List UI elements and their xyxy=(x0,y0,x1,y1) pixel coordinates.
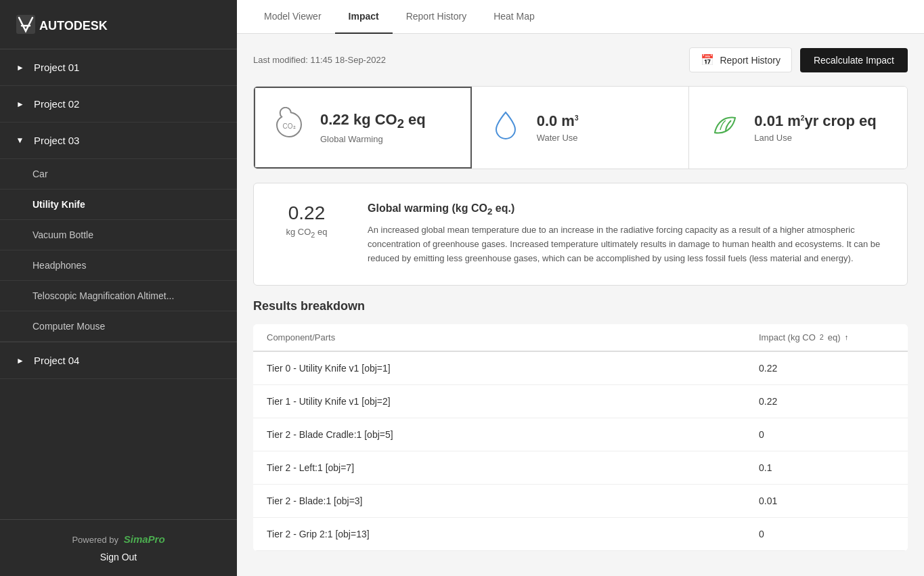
results-table: Component/Parts Impact (kg CO2 eq) ↑ Tie… xyxy=(253,324,908,551)
water-icon xyxy=(488,107,523,148)
sidebar-item-project01[interactable]: ► Project 01 xyxy=(0,49,237,86)
header-actions: 📅 Report History Recalculate Impact xyxy=(689,47,908,72)
sidebar-item-vacuum-bottle[interactable]: Vacuum Bottle xyxy=(0,220,237,250)
big-value: 0.22 kg CO2 eq xyxy=(273,202,340,239)
table-row: Tier 2 - Left:1 [obj=7] 0.1 xyxy=(253,451,908,485)
table-row: Tier 2 - Blade:1 [obj=3] 0.01 xyxy=(253,485,908,518)
metric-card-water-use[interactable]: 0.0 m3 Water Use xyxy=(472,87,690,169)
land-use-label: Land Use xyxy=(754,133,876,143)
global-warming-label: Global Warming xyxy=(320,134,426,144)
logo-area: AUTODESK xyxy=(0,0,237,49)
row-name: Tier 1 - Utility Knife v1 [obj=2] xyxy=(267,396,759,407)
row-value: 0 xyxy=(759,529,894,539)
chevron-right-icon: ► xyxy=(16,63,24,72)
global-warming-value: 0.22 kg CO2 eq xyxy=(320,111,426,131)
water-use-value: 0.0 m3 xyxy=(537,112,579,130)
sidebar-item-project03[interactable]: ► Project 03 xyxy=(0,123,237,159)
table-body: Tier 0 - Utility Knife v1 [obj=1] 0.22 T… xyxy=(253,352,908,551)
chevron-down-icon: ► xyxy=(16,137,25,145)
row-value: 0.22 xyxy=(759,396,894,407)
sidebar-item-headphones[interactable]: Headphones xyxy=(0,250,237,281)
report-history-button[interactable]: 📅 Report History xyxy=(689,47,791,72)
leaf-icon xyxy=(705,107,741,148)
water-use-label: Water Use xyxy=(537,133,579,143)
sidebar-item-computer-mouse[interactable]: Computer Mouse xyxy=(0,311,237,342)
description-card: 0.22 kg CO2 eq Global warming (kg CO2 eq… xyxy=(253,183,908,286)
recalculate-button[interactable]: Recalculate Impact xyxy=(800,48,908,72)
row-value: 0.1 xyxy=(759,462,894,473)
sidebar-footer: Powered by SimaPro Sign Out xyxy=(0,519,237,576)
svg-text:CO₂: CO₂ xyxy=(283,123,296,130)
land-use-value: 0.01 m2yr crop eq xyxy=(754,112,876,130)
sidebar: AUTODESK ► Project 01 ► Project 02 ► Pro… xyxy=(0,0,237,576)
sign-out-button[interactable]: Sign Out xyxy=(16,552,221,562)
header-bar: Last modified: 11:45 18-Sep-2022 📅 Repor… xyxy=(253,47,908,72)
sidebar-item-telescopic[interactable]: Teloscopic Magnification Altimet... xyxy=(0,281,237,311)
last-modified-text: Last modified: 11:45 18-Sep-2022 xyxy=(253,55,386,65)
col-name-header: Component/Parts xyxy=(267,332,759,342)
sidebar-item-project04[interactable]: ► Project 04 xyxy=(0,342,237,379)
chevron-right-icon: ► xyxy=(16,356,24,365)
results-title: Results breakdown xyxy=(253,299,908,313)
project03-items: Car Utility Knife Vacuum Bottle Headphon… xyxy=(0,159,237,342)
tab-heat-map[interactable]: Heat Map xyxy=(480,0,548,34)
row-value: 0.01 xyxy=(759,495,894,506)
col-impact-header: Impact (kg CO2 eq) ↑ xyxy=(759,332,894,342)
row-name: Tier 0 - Utility Knife v1 [obj=1] xyxy=(267,363,759,374)
content-area: Last modified: 11:45 18-Sep-2022 📅 Repor… xyxy=(237,34,924,576)
metric-cards: CO₂ 0.22 kg CO2 eq Global Warming xyxy=(253,86,908,169)
project-list: ► Project 01 ► Project 02 ► Project 03 C… xyxy=(0,49,237,519)
tab-model-viewer[interactable]: Model Viewer xyxy=(250,0,335,34)
table-row: Tier 2 - Grip 2:1 [obj=13] 0 xyxy=(253,518,908,551)
description-title: Global warming (kg CO2 eq.) xyxy=(368,202,888,217)
svg-text:AUTODESK: AUTODESK xyxy=(39,19,108,32)
row-name: Tier 2 - Grip 2:1 [obj=13] xyxy=(267,529,759,539)
table-row: Tier 1 - Utility Knife v1 [obj=2] 0.22 xyxy=(253,385,908,418)
tab-report-history[interactable]: Report History xyxy=(393,0,480,34)
sidebar-item-project02[interactable]: ► Project 02 xyxy=(0,86,237,123)
co2-icon: CO₂ xyxy=(271,107,307,148)
results-breakdown: Results breakdown Component/Parts Impact… xyxy=(253,299,908,551)
sort-icon[interactable]: ↑ xyxy=(845,333,849,341)
row-name: Tier 2 - Left:1 [obj=7] xyxy=(267,462,759,473)
table-row: Tier 0 - Utility Knife v1 [obj=1] 0.22 xyxy=(253,352,908,385)
sidebar-item-utility-knife[interactable]: Utility Knife xyxy=(0,190,237,220)
tab-impact[interactable]: Impact xyxy=(335,0,393,34)
row-value: 0 xyxy=(759,429,894,440)
description-body: An increased global mean temperature due… xyxy=(368,223,888,265)
row-name: Tier 2 - Blade Cradle:1 [obj=5] xyxy=(267,429,759,440)
autodesk-logo: AUTODESK xyxy=(16,12,131,37)
table-row: Tier 2 - Blade Cradle:1 [obj=5] 0 xyxy=(253,418,908,451)
metric-card-global-warming[interactable]: CO₂ 0.22 kg CO2 eq Global Warming xyxy=(254,87,472,169)
metric-card-land-use[interactable]: 0.01 m2yr crop eq Land Use xyxy=(689,87,907,169)
main-content: Model Viewer Impact Report History Heat … xyxy=(237,0,924,576)
description-text: Global warming (kg CO2 eq.) An increased… xyxy=(368,202,888,266)
row-name: Tier 2 - Blade:1 [obj=3] xyxy=(267,495,759,506)
calendar-icon: 📅 xyxy=(701,53,714,66)
big-unit-text: kg CO2 eq xyxy=(273,227,340,239)
tab-bar: Model Viewer Impact Report History Heat … xyxy=(237,0,924,34)
row-value: 0.22 xyxy=(759,363,894,374)
chevron-right-icon: ► xyxy=(16,99,24,109)
sidebar-item-car[interactable]: Car xyxy=(0,159,237,190)
table-header: Component/Parts Impact (kg CO2 eq) ↑ xyxy=(253,324,908,352)
